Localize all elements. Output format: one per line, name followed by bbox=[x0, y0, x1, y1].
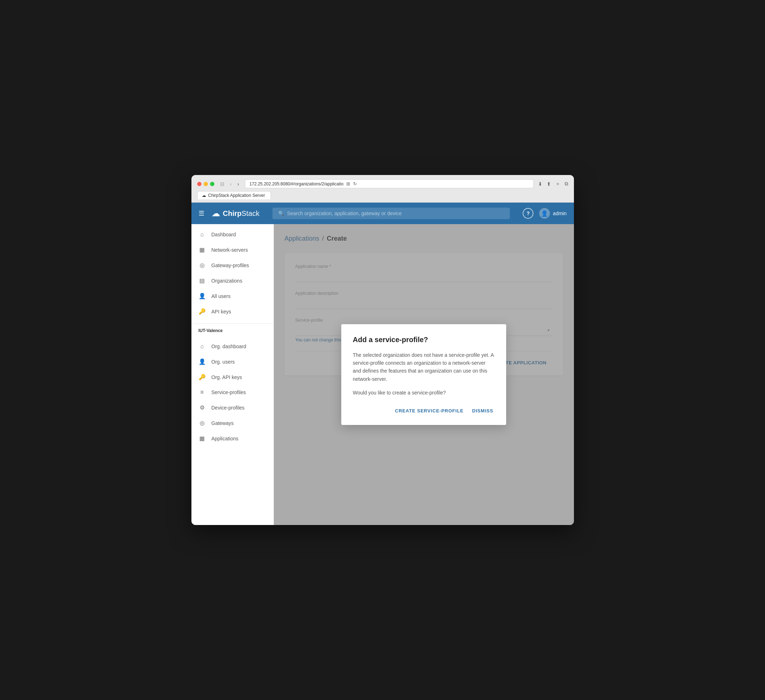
sidebar-item-gateway-profiles[interactable]: ◎ Gateway-profiles bbox=[191, 257, 274, 273]
tab-icon: ☁ bbox=[202, 193, 206, 198]
sidebar-item-organizations[interactable]: ▤ Organizations bbox=[191, 273, 274, 289]
nav-actions: ? 👤 admin bbox=[523, 208, 567, 219]
api-keys-icon: 🔑 bbox=[198, 308, 206, 315]
close-button[interactable] bbox=[197, 182, 201, 186]
dialog-actions: CREATE SERVICE-PROFILE DISMISS bbox=[353, 405, 495, 416]
logo-text: ChirpStack bbox=[223, 210, 260, 218]
sidebar-item-api-keys[interactable]: 🔑 API keys bbox=[191, 304, 274, 319]
gateway-profiles-icon: ◎ bbox=[198, 262, 206, 269]
minimize-button[interactable] bbox=[204, 182, 208, 186]
browser-window: ⊟ ‹ › 172.25.202.205:8080/#/organization… bbox=[191, 175, 574, 525]
tabs-icon[interactable]: ⧉ bbox=[565, 181, 568, 187]
sidebar-item-applications[interactable]: ▦ Applications bbox=[191, 431, 274, 446]
global-nav-section: ⌂ Dashboard ▦ Network-servers ◎ Gateway-… bbox=[191, 224, 274, 322]
sidebar-item-service-profiles[interactable]: ≡ Service-profiles bbox=[191, 385, 274, 400]
username-label: admin bbox=[553, 211, 567, 216]
sidebar-item-org-dashboard[interactable]: ⌂ Org. dashboard bbox=[191, 339, 274, 354]
reload-icon[interactable]: ↻ bbox=[353, 181, 357, 186]
org-header: IUT-Valence bbox=[191, 325, 274, 336]
sidebar-item-device-profiles[interactable]: ⚙ Device-profiles bbox=[191, 400, 274, 415]
sidebar-item-label: Dashboard bbox=[211, 232, 236, 237]
sidebar-item-label: Service-profiles bbox=[211, 389, 246, 395]
sidebar-item-label: API keys bbox=[211, 309, 231, 314]
dialog-overlay: Add a service-profile? The selected orga… bbox=[274, 224, 574, 525]
browser-controls: ⊟ ‹ › bbox=[219, 180, 241, 188]
help-button[interactable]: ? bbox=[523, 208, 534, 219]
content-area: Applications / Create Application name *… bbox=[274, 224, 574, 525]
download-icon[interactable]: ⬇ bbox=[538, 181, 542, 187]
dialog-title: Add a service-profile? bbox=[353, 336, 495, 344]
sidebar-divider bbox=[191, 323, 274, 324]
browser-chrome: ⊟ ‹ › 172.25.202.205:8080/#/organization… bbox=[191, 175, 574, 203]
tab-bar: ☁ ChirpStack Application Server bbox=[197, 191, 568, 199]
forward-button[interactable]: › bbox=[236, 180, 241, 188]
organizations-icon: ▤ bbox=[198, 277, 206, 284]
sidebar-item-label: Org. users bbox=[211, 359, 235, 365]
chirpstack-logo-icon: ☁ bbox=[211, 208, 220, 218]
dialog-body-line2: Would you like to create a service-profi… bbox=[353, 389, 495, 397]
org-nav-section: ⌂ Org. dashboard 👤 Org. users 🔑 Org. API… bbox=[191, 336, 274, 449]
search-bar[interactable]: 🔍 bbox=[272, 208, 510, 219]
search-icon: 🔍 bbox=[278, 211, 284, 216]
sidebar-item-dashboard[interactable]: ⌂ Dashboard bbox=[191, 227, 274, 242]
avatar: 👤 bbox=[539, 208, 550, 219]
dialog-body-line1: The selected organization does not have … bbox=[353, 351, 495, 383]
sidebar-item-label: Organizations bbox=[211, 278, 242, 284]
new-tab-icon[interactable]: ＋ bbox=[555, 181, 560, 187]
browser-action-buttons: ⬇ ⬆ ＋ ⧉ bbox=[538, 181, 568, 187]
sidebar-item-label: All users bbox=[211, 293, 231, 299]
tab-label: ChirpStack Application Server bbox=[208, 193, 265, 198]
address-bar[interactable]: 172.25.202.205:8080/#/organizations/2/ap… bbox=[245, 179, 534, 188]
sidebar-item-label: Device-profiles bbox=[211, 405, 245, 411]
sidebar-item-org-users[interactable]: 👤 Org. users bbox=[191, 354, 274, 369]
dialog: Add a service-profile? The selected orga… bbox=[341, 324, 506, 425]
search-input[interactable] bbox=[287, 211, 504, 216]
org-users-icon: 👤 bbox=[198, 358, 206, 365]
logo-area: ☁ ChirpStack bbox=[211, 208, 260, 218]
address-bar-url: 172.25.202.205:8080/#/organizations/2/ap… bbox=[250, 181, 343, 186]
device-profiles-icon: ⚙ bbox=[198, 404, 206, 411]
sidebar-item-network-servers[interactable]: ▦ Network-servers bbox=[191, 242, 274, 257]
traffic-lights bbox=[197, 182, 214, 186]
gateways-icon: ◎ bbox=[198, 419, 206, 426]
sidebar: ⌂ Dashboard ▦ Network-servers ◎ Gateway-… bbox=[191, 224, 274, 525]
logo-stack: Stack bbox=[242, 210, 260, 217]
top-nav: ☰ ☁ ChirpStack 🔍 ? 👤 admin bbox=[191, 203, 574, 224]
back-button[interactable]: ‹ bbox=[229, 180, 233, 188]
sidebar-item-label: Applications bbox=[211, 436, 239, 441]
org-dashboard-icon: ⌂ bbox=[198, 343, 206, 350]
all-users-icon: 👤 bbox=[198, 293, 206, 300]
network-servers-icon: ▦ bbox=[198, 246, 206, 253]
maximize-button[interactable] bbox=[210, 182, 214, 186]
sidebar-toggle-icon[interactable]: ⊟ bbox=[219, 180, 226, 188]
active-tab[interactable]: ☁ ChirpStack Application Server bbox=[197, 191, 271, 199]
hamburger-icon[interactable]: ☰ bbox=[198, 210, 204, 217]
translate-icon: ⊞ bbox=[346, 181, 350, 186]
sidebar-item-label: Org. dashboard bbox=[211, 344, 246, 349]
user-button[interactable]: 👤 admin bbox=[539, 208, 567, 219]
dismiss-button[interactable]: DISMISS bbox=[471, 405, 495, 416]
service-profiles-icon: ≡ bbox=[198, 389, 206, 396]
sidebar-item-label: Org. API keys bbox=[211, 374, 242, 380]
sidebar-item-all-users[interactable]: 👤 All users bbox=[191, 289, 274, 304]
org-api-keys-icon: 🔑 bbox=[198, 374, 206, 380]
logo-chirp: Chirp bbox=[223, 210, 242, 217]
create-service-profile-button[interactable]: CREATE SERVICE-PROFILE bbox=[394, 405, 465, 416]
sidebar-item-label: Network-servers bbox=[211, 247, 248, 253]
sidebar-item-org-api-keys[interactable]: 🔑 Org. API keys bbox=[191, 369, 274, 385]
main-layout: ⌂ Dashboard ▦ Network-servers ◎ Gateway-… bbox=[191, 224, 574, 525]
sidebar-item-gateways[interactable]: ◎ Gateways bbox=[191, 415, 274, 431]
home-icon: ⌂ bbox=[198, 231, 206, 238]
sidebar-item-label: Gateway-profiles bbox=[211, 263, 249, 268]
share-icon[interactable]: ⬆ bbox=[547, 181, 551, 187]
applications-icon: ▦ bbox=[198, 435, 206, 442]
sidebar-item-label: Gateways bbox=[211, 420, 234, 426]
app-container: ☰ ☁ ChirpStack 🔍 ? 👤 admin bbox=[191, 203, 574, 525]
